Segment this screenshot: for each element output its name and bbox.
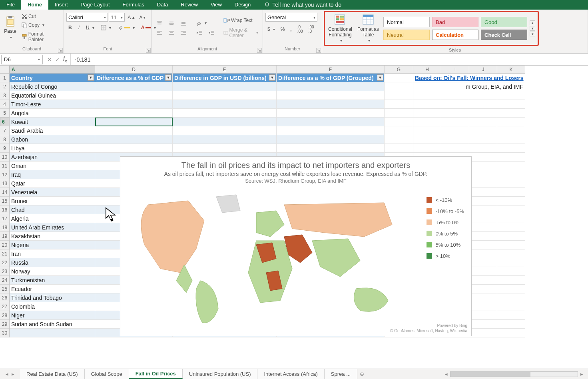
cell-K10[interactable]	[497, 153, 525, 162]
formula-input[interactable]: -0.181	[71, 56, 95, 63]
cell-style-bad[interactable]: Bad	[432, 17, 478, 27]
decrease-font-button[interactable]: A▾	[138, 14, 147, 20]
number-format-select[interactable]: General▾	[265, 13, 317, 22]
row-header-3[interactable]: 3	[0, 91, 9, 100]
cell-A27[interactable]: Colombia	[10, 302, 95, 311]
cell-J24[interactable]	[469, 276, 497, 285]
row-header-5[interactable]: 5	[0, 109, 9, 118]
styles-gallery-scroll[interactable]: ▴▾▾	[530, 20, 535, 36]
cell-A6[interactable]: Kuwait	[10, 118, 95, 126]
align-center-button[interactable]	[166, 29, 177, 36]
filter-button-F[interactable]: ▼	[377, 74, 383, 81]
cell-A29[interactable]: Sudan and South Sudan	[10, 320, 95, 329]
row-header-25[interactable]: 25	[0, 285, 9, 293]
cell-A13[interactable]: Qatar	[10, 179, 95, 188]
font-dialog-launcher[interactable]: ↘	[146, 48, 151, 53]
horizontal-scrollbar[interactable]: ◂ ▸	[366, 369, 588, 379]
enter-formula-button[interactable]: ✓	[55, 56, 60, 63]
cell-A7[interactable]: Saudi Arabia	[10, 126, 95, 135]
cell-J19[interactable]	[469, 232, 497, 241]
cell-K25[interactable]	[497, 285, 525, 293]
cell-H4[interactable]	[413, 100, 441, 109]
cell-F5[interactable]	[277, 109, 385, 118]
cell-K7[interactable]	[497, 126, 525, 135]
cell-J18[interactable]	[469, 223, 497, 232]
cell-A30[interactable]	[10, 329, 95, 337]
filter-button-E[interactable]: ▼	[269, 74, 275, 81]
cell-G3[interactable]	[385, 91, 413, 100]
row-header-2[interactable]: 2	[0, 82, 9, 91]
cell-G4[interactable]	[385, 100, 413, 109]
cell-K20[interactable]	[497, 241, 525, 249]
cell-J15[interactable]	[469, 197, 497, 205]
comma-format-button[interactable]: ,	[288, 26, 293, 33]
cell-D2[interactable]	[95, 82, 173, 91]
cell-J8[interactable]	[469, 135, 497, 144]
insert-function-button[interactable]: fx	[63, 56, 67, 63]
tab-page-layout[interactable]: Page Layout	[74, 0, 116, 10]
cell-A9[interactable]: Libya	[10, 144, 95, 153]
cell-J29[interactable]	[469, 320, 497, 329]
align-right-button[interactable]	[178, 29, 189, 36]
cell-K17[interactable]	[497, 214, 525, 223]
cell-A3[interactable]: Equatorial Guinea	[10, 91, 95, 100]
cell-F9[interactable]	[277, 144, 385, 153]
cell-K28[interactable]	[497, 311, 525, 320]
bold-button[interactable]: B	[66, 24, 74, 31]
cell-J4[interactable]	[469, 100, 497, 109]
row-header-29[interactable]: 29	[0, 320, 9, 329]
cell-E6[interactable]	[173, 118, 277, 126]
clipboard-dialog-launcher[interactable]: ↘	[58, 48, 63, 53]
cell-J10[interactable]	[469, 153, 497, 162]
align-bottom-button[interactable]	[178, 20, 189, 27]
decrease-decimal-button[interactable]: .00.0	[307, 24, 316, 34]
row-header-28[interactable]: 28	[0, 311, 9, 320]
font-size-select[interactable]: 11▾	[109, 13, 125, 22]
cell-J6[interactable]	[469, 118, 497, 126]
cancel-formula-button[interactable]: ✕	[47, 56, 52, 63]
cell-style-check-cell[interactable]: Check Cell	[481, 30, 527, 40]
cell-A26[interactable]: Trinidad and Tobago	[10, 293, 95, 302]
cell-K11[interactable]	[497, 162, 525, 170]
row-header-17[interactable]: 17	[0, 214, 9, 223]
cell-J11[interactable]	[469, 162, 497, 170]
cell-K27[interactable]	[497, 302, 525, 311]
cell-I5[interactable]	[441, 109, 469, 118]
cell-style-neutral[interactable]: Neutral	[383, 30, 430, 40]
cell-E4[interactable]	[173, 100, 277, 109]
cell-G9[interactable]	[385, 144, 413, 153]
cell-F4[interactable]	[277, 100, 385, 109]
cell-J7[interactable]	[469, 126, 497, 135]
cell-K21[interactable]	[497, 249, 525, 258]
cell-A25[interactable]: Ecuador	[10, 285, 95, 293]
tab-file[interactable]: File	[0, 0, 21, 10]
cell-J28[interactable]	[469, 311, 497, 320]
merge-center-button[interactable]: Merge & Center▾	[221, 26, 260, 39]
cell-style-good[interactable]: Good	[481, 17, 527, 27]
increase-indent-button[interactable]	[206, 29, 217, 36]
cell-H1[interactable]: Based on: Oil's Fall: Winners and Losers	[413, 74, 441, 82]
cell-J23[interactable]	[469, 267, 497, 276]
row-header-30[interactable]: 30	[0, 329, 9, 337]
col-header-E[interactable]: E	[173, 66, 277, 74]
cell-A8[interactable]: Gabon	[10, 135, 95, 144]
alignment-dialog-launcher[interactable]: ↘	[257, 48, 262, 53]
cell-A19[interactable]: Kazakhstan	[10, 232, 95, 241]
cell-E5[interactable]	[173, 109, 277, 118]
row-header-16[interactable]: 16	[0, 205, 9, 214]
row-header-19[interactable]: 19	[0, 232, 9, 241]
cell-K5[interactable]	[497, 109, 525, 118]
row-header-18[interactable]: 18	[0, 223, 9, 232]
cell-styles-gallery[interactable]: NormalBadGoodNeutralCalculationCheck Cel…	[383, 17, 527, 40]
cell-J5[interactable]	[469, 109, 497, 118]
row-header-12[interactable]: 12	[0, 170, 9, 179]
cell-K1[interactable]	[497, 74, 525, 82]
cell-K29[interactable]	[497, 320, 525, 329]
cell-A17[interactable]: Algeria	[10, 214, 95, 223]
cell-J17[interactable]	[469, 214, 497, 223]
col-header-F[interactable]: F	[277, 66, 385, 74]
cell-H5[interactable]	[413, 109, 441, 118]
cell-A16[interactable]: Chad	[10, 205, 95, 214]
cell-A22[interactable]: Russia	[10, 258, 95, 267]
cell-J30[interactable]	[469, 329, 497, 337]
